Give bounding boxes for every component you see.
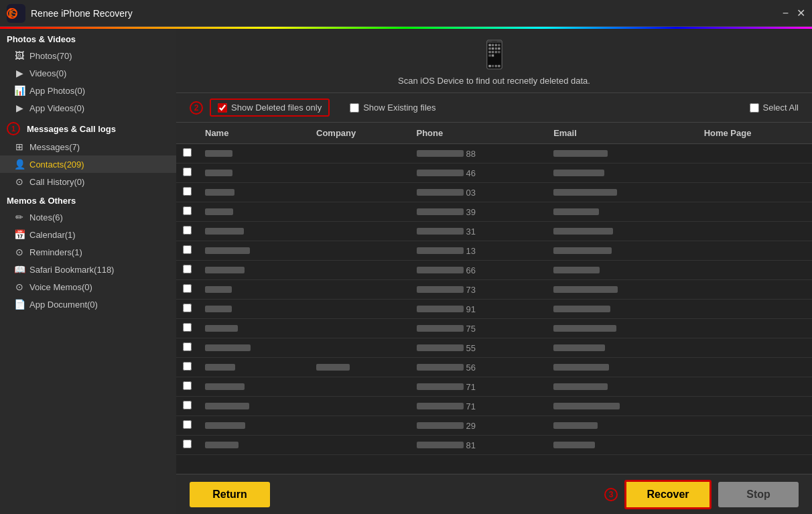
contact-phone: xxxxxxxxxx81 — [410, 436, 547, 455]
show-existing-checkbox[interactable] — [350, 103, 359, 113]
contact-company-blurred: xxxxxxxx — [316, 364, 350, 371]
table-row[interactable]: xxxxxxxxxxxxxxxxxx03xxxxxxxxxxxxxxx — [176, 183, 812, 202]
sidebar-item-videos-label: Videos(0) — [29, 68, 66, 78]
contact-phone-suffix: 39 — [466, 207, 476, 217]
row-checkbox[interactable] — [183, 420, 192, 429]
return-button[interactable]: Return — [190, 482, 270, 507]
row-checkbox[interactable] — [183, 187, 192, 196]
row-checkbox[interactable] — [183, 440, 192, 448]
contact-phone-blurred: xxxxxxxxxx — [417, 247, 464, 254]
contact-phone: xxxxxxxxxx73 — [410, 280, 547, 300]
contact-phone-suffix: 88 — [466, 149, 476, 159]
sidebar-item-messages[interactable]: ⊞ Messages(7) — [0, 138, 176, 155]
contact-name-blurred: xxxxxxxx — [205, 267, 245, 273]
table-row[interactable]: xxxxxxxxxxxxxxxxxx55xxxxxxxxxxxxxxx — [176, 338, 812, 358]
messages-icon: ⊞ — [13, 141, 25, 152]
select-all-label: Select All — [763, 103, 799, 113]
show-deleted-group: Show Deleted files only — [210, 99, 330, 117]
sidebar-item-calendar-label: Calendar(1) — [29, 230, 76, 240]
row-checkbox[interactable] — [183, 323, 192, 332]
contact-email-blurred: xxxxxxxxxxxxxxx — [553, 286, 618, 293]
stop-button[interactable]: Stop — [718, 482, 799, 507]
contact-email-blurred: xxxxxxxxxxxxxxx — [553, 247, 612, 254]
table-row[interactable]: xxxxxxxxxxxxxxxxxx13xxxxxxxxxxxxxxx — [176, 241, 812, 261]
bookmark-icon: 📖 — [13, 264, 25, 275]
sidebar-item-call-history[interactable]: ⊙ Call History(0) — [0, 173, 176, 190]
show-deleted-checkbox[interactable] — [218, 103, 227, 113]
row-checkbox[interactable] — [183, 245, 192, 254]
sidebar-item-contacts[interactable]: 👤 Contacts(209) — [0, 155, 176, 173]
sidebar-item-videos[interactable]: ▶ Videos(0) — [0, 64, 176, 82]
sidebar-section-messages: 1 Messages & Call logs — [0, 117, 176, 138]
sidebar-item-app-videos[interactable]: ▶ App Videos(0) — [0, 99, 176, 117]
contact-phone-blurred: xxxxxxxxxx — [417, 286, 464, 293]
call-history-icon: ⊙ — [13, 176, 25, 187]
table-row[interactable]: xxxxxxxxxxxxxxxxxx39xxxxxxxxxxxxxxx — [176, 202, 812, 222]
contact-name-blurred: xxxxxxxx — [205, 306, 232, 312]
table-row[interactable]: xxxxxxxxxxxxxxxxxx88xxxxxxxxxxxxxxx — [176, 144, 812, 164]
contact-phone-suffix: 29 — [466, 421, 476, 431]
contact-phone-blurred: xxxxxxxxxx — [417, 383, 464, 390]
contacts-table-container[interactable]: Name Company Phone Email Home Page xxxxx… — [176, 123, 812, 474]
contact-phone-blurred: xxxxxxxxxx — [417, 208, 464, 215]
close-button[interactable]: ✕ — [797, 8, 805, 19]
contact-phone: xxxxxxxxxx39 — [410, 202, 547, 222]
row-checkbox[interactable] — [183, 342, 192, 351]
row-checkbox[interactable] — [183, 206, 192, 215]
sidebar-item-contacts-label: Contacts(209) — [29, 159, 84, 170]
bottom-right-buttons: 3 Recover Stop — [604, 480, 799, 509]
select-all-checkbox[interactable] — [750, 103, 759, 113]
row-checkbox[interactable] — [183, 265, 192, 273]
contact-phone-suffix: 81 — [466, 440, 476, 450]
filter-bar: 2 Show Deleted files only Show Existing … — [176, 93, 812, 123]
contact-phone: xxxxxxxxxx03 — [410, 183, 547, 202]
row-checkbox[interactable] — [183, 362, 192, 371]
sidebar-item-calendar[interactable]: 📅 Calendar(1) — [0, 226, 176, 243]
row-checkbox[interactable] — [183, 304, 192, 312]
table-row[interactable]: xxxxxxxxxxxxxxxxxx71xxxxxxxxxxxxxxx — [176, 377, 812, 397]
minimize-button[interactable]: − — [783, 8, 789, 19]
contact-phone-blurred: xxxxxxxxxx — [417, 267, 464, 273]
sidebar-item-app-videos-label: App Videos(0) — [29, 103, 84, 113]
table-row[interactable]: xxxxxxxxxxxxxxxxxx46xxxxxxxxxxxxxxx — [176, 164, 812, 183]
table-row[interactable]: xxxxxxxxxxxxxxxxxx29xxxxxxxxxxxxxxx — [176, 416, 812, 436]
sidebar-item-voice-memos[interactable]: ⊙ Voice Memos(0) — [0, 278, 176, 296]
row-checkbox[interactable] — [183, 381, 192, 390]
table-row[interactable]: xxxxxxxxxxxxxxxxxx73xxxxxxxxxxxxxxx — [176, 280, 812, 300]
col-phone: Phone — [410, 123, 547, 144]
contact-name-blurred: xxxxxxxx — [205, 403, 249, 409]
contact-homepage — [697, 397, 812, 416]
contact-email-blurred: xxxxxxxxxxxxxxx — [553, 403, 620, 409]
row-checkbox[interactable] — [183, 284, 192, 293]
sidebar-item-safari-bookmark[interactable]: 📖 Safari Bookmark(118) — [0, 261, 176, 278]
contact-phone-suffix: 73 — [466, 285, 476, 295]
contact-email-blurred: xxxxxxxxxxxxxxx — [553, 364, 609, 371]
contact-phone-blurred: xxxxxxxxxx — [417, 150, 464, 157]
recover-button[interactable]: Recover — [624, 480, 712, 509]
sidebar-item-app-document[interactable]: 📄 App Document(0) — [0, 296, 176, 313]
sidebar-item-photos[interactable]: 🖼 Photos(70) — [0, 47, 176, 64]
window-controls: − ✕ — [783, 8, 805, 19]
contact-email-blurred: xxxxxxxxxxxxxxx — [553, 189, 617, 196]
contact-phone-blurred: xxxxxxxxxx — [417, 344, 464, 351]
sidebar-item-app-photos[interactable]: 📊 App Photos(0) — [0, 82, 176, 99]
row-checkbox[interactable] — [183, 226, 192, 235]
row-checkbox[interactable] — [183, 168, 192, 176]
contact-email-blurred: xxxxxxxxxxxxxxx — [553, 422, 598, 429]
contact-phone: xxxxxxxxxx91 — [410, 300, 547, 319]
table-row[interactable]: xxxxxxxxxxxxxxxxxxxxxxxxxx56xxxxxxxxxxxx… — [176, 358, 812, 377]
row-checkbox[interactable] — [183, 148, 192, 157]
contact-name-blurred: xxxxxxxx — [205, 422, 245, 429]
contact-email-blurred: xxxxxxxxxxxxxxx — [553, 150, 608, 157]
sidebar-item-reminders[interactable]: ⊙ Reminders(1) — [0, 243, 176, 261]
table-row[interactable]: xxxxxxxxxxxxxxxxxx66xxxxxxxxxxxxxxx — [176, 261, 812, 280]
contact-homepage — [697, 144, 812, 164]
sidebar-item-notes[interactable]: ✏ Notes(6) — [0, 208, 176, 226]
row-checkbox[interactable] — [183, 401, 192, 409]
table-row[interactable]: xxxxxxxxxxxxxxxxxx75xxxxxxxxxxxxxxx — [176, 319, 812, 338]
table-row[interactable]: xxxxxxxxxxxxxxxxxx91xxxxxxxxxxxxxxx — [176, 300, 812, 319]
table-row[interactable]: xxxxxxxxxxxxxxxxxx81xxxxxxxxxxxxxxx — [176, 436, 812, 455]
table-row[interactable]: xxxxxxxxxxxxxxxxxx71xxxxxxxxxxxxxxx — [176, 397, 812, 416]
table-row[interactable]: xxxxxxxxxxxxxxxxxx31xxxxxxxxxxxxxxx — [176, 222, 812, 241]
sidebar-item-safari-bookmark-label: Safari Bookmark(118) — [29, 265, 114, 275]
